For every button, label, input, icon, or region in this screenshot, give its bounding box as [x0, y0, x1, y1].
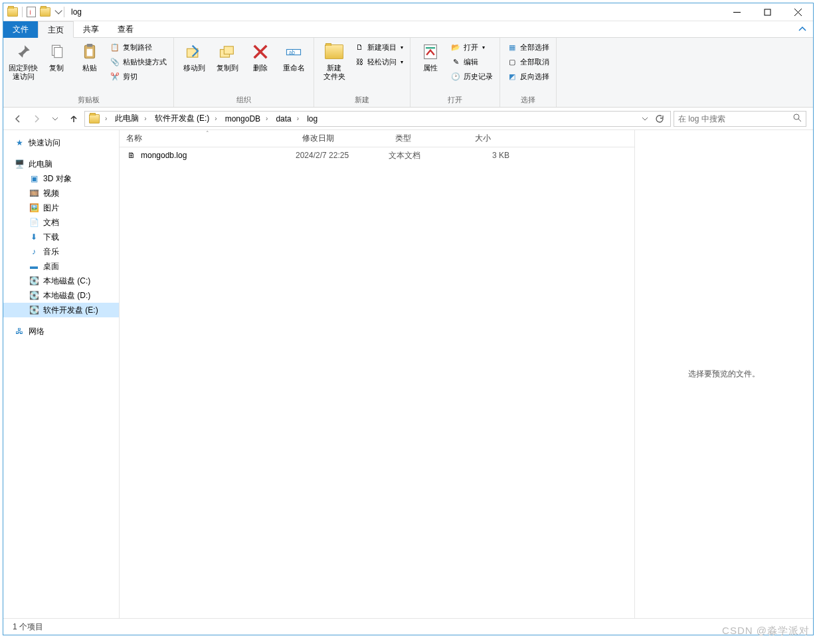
svg-rect-1 — [765, 9, 771, 15]
delete-button[interactable]: 删除 — [244, 40, 276, 74]
ribbon: 固定到快 速访问 复制 粘贴 📋复制路径 📎粘贴快捷方式 ✂️剪切 剪贴板 — [3, 38, 813, 108]
recent-locations-button[interactable] — [47, 111, 63, 127]
status-bar: 1 个项目 — [3, 618, 813, 635]
copy-button[interactable]: 复制 — [41, 40, 72, 74]
svg-rect-7 — [87, 44, 93, 46]
edit-button[interactable]: ✎编辑 — [448, 54, 496, 69]
back-button[interactable] — [10, 111, 26, 127]
nav-pictures[interactable]: 🖼️图片 — [3, 201, 119, 215]
address-bar-row: › 此电脑› 软件开发盘 (E:)› mongoDB› data› log — [3, 108, 813, 130]
drive-icon: 💽 — [29, 276, 39, 286]
up-button[interactable] — [66, 111, 82, 127]
file-list[interactable]: 🗎mongodb.log 2024/2/7 22:25 文本文档 3 KB — [120, 147, 634, 618]
history-button[interactable]: 🕑历史记录 — [448, 69, 496, 84]
file-name: mongodb.log — [141, 151, 187, 160]
clipboard-group-label: 剪贴板 — [7, 94, 169, 107]
copy-to-button[interactable]: 复制到 — [211, 40, 243, 74]
app-folder-icon — [7, 7, 18, 17]
pc-icon: 🖥️ — [14, 159, 25, 169]
properties-button[interactable]: 属性 — [414, 40, 446, 74]
nav-network[interactable]: 🖧网络 — [3, 324, 119, 339]
download-icon: ⬇ — [29, 232, 39, 242]
ribbon-collapse-icon[interactable] — [792, 21, 813, 37]
easy-access-button[interactable]: ⛓轻松访问▾ — [351, 54, 406, 69]
ribbon-tabs: 文件 主页 共享 查看 — [3, 21, 813, 38]
nav-3d-objects[interactable]: ▣3D 对象 — [3, 171, 119, 186]
search-box[interactable] — [674, 111, 806, 127]
file-type: 文本文档 — [389, 150, 468, 161]
file-date: 2024/2/7 22:25 — [296, 151, 389, 160]
new-folder-button[interactable]: 新建 文件夹 — [318, 40, 350, 82]
svg-rect-5 — [54, 48, 62, 58]
crumb-data[interactable]: data — [270, 112, 294, 126]
col-date[interactable]: 修改日期 — [296, 133, 389, 144]
tab-share[interactable]: 共享 — [74, 21, 108, 38]
new-group-label: 新建 — [318, 94, 406, 107]
paste-button[interactable]: 粘贴 — [74, 40, 106, 74]
copy-path-icon: 📋 — [110, 42, 120, 52]
maximize-button[interactable] — [752, 3, 782, 21]
history-icon: 🕑 — [450, 71, 461, 82]
invert-selection-button[interactable]: ◩反向选择 — [504, 69, 552, 84]
sort-indicator-icon: ˄ — [206, 130, 209, 137]
nav-downloads[interactable]: ⬇下载 — [3, 230, 119, 244]
qat-properties-icon[interactable] — [27, 7, 36, 17]
star-icon: ★ — [14, 137, 25, 148]
copy-path-button[interactable]: 📋复制路径 — [107, 40, 169, 54]
tab-home[interactable]: 主页 — [38, 21, 74, 38]
nav-documents[interactable]: 📄文档 — [3, 215, 119, 230]
search-input[interactable] — [678, 114, 793, 123]
tab-file[interactable]: 文件 — [3, 21, 38, 38]
nav-this-pc[interactable]: 🖥️此电脑 — [3, 157, 119, 171]
addr-folder-icon — [89, 114, 100, 123]
new-item-button[interactable]: 🗋新建项目▾ — [351, 40, 406, 54]
column-headers[interactable]: ˄ 名称 修改日期 类型 大小 — [120, 130, 634, 147]
crumb-pc[interactable]: 此电脑 — [110, 112, 141, 126]
video-icon: 🎞️ — [29, 188, 39, 199]
cut-button[interactable]: ✂️剪切 — [107, 69, 169, 84]
select-all-button[interactable]: ▦全部选择 — [504, 40, 552, 54]
qat-dropdown-icon[interactable] — [54, 7, 62, 14]
svg-rect-8 — [87, 49, 93, 56]
navigation-pane[interactable]: ★快速访问 🖥️此电脑 ▣3D 对象 🎞️视频 🖼️图片 📄文档 ⬇下载 ♪音乐… — [3, 130, 120, 618]
cut-icon: ✂️ — [110, 71, 120, 82]
network-icon: 🖧 — [14, 326, 25, 337]
tab-view[interactable]: 查看 — [108, 21, 143, 38]
edit-icon: ✎ — [450, 56, 461, 67]
nav-quick-access[interactable]: ★快速访问 — [3, 135, 119, 150]
nav-drive-d[interactable]: 💽本地磁盘 (D:) — [3, 288, 119, 303]
nav-desktop[interactable]: ▬桌面 — [3, 259, 119, 274]
paste-shortcut-button[interactable]: 📎粘贴快捷方式 — [107, 54, 169, 69]
nav-drive-e[interactable]: 💽软件开发盘 (E:) — [3, 303, 119, 317]
drive-icon: 💽 — [29, 290, 39, 301]
select-none-button[interactable]: ▢全部取消 — [504, 54, 552, 69]
move-to-button[interactable]: 移动到 — [178, 40, 210, 74]
picture-icon: 🖼️ — [29, 202, 39, 213]
refresh-button[interactable] — [652, 111, 668, 127]
minimize-button[interactable] — [721, 3, 752, 21]
pin-quick-access-button[interactable]: 固定到快 速访问 — [7, 40, 39, 82]
qat-new-folder-icon[interactable] — [40, 7, 50, 17]
close-button[interactable] — [782, 3, 813, 21]
nav-music[interactable]: ♪音乐 — [3, 244, 119, 259]
cube-icon: ▣ — [29, 173, 39, 184]
crumb-drive[interactable]: 软件开发盘 (E:) — [149, 112, 213, 126]
address-bar[interactable]: › 此电脑› 软件开发盘 (E:)› mongoDB› data› log — [84, 111, 671, 127]
col-size[interactable]: 大小 — [468, 133, 515, 144]
svg-text:ab: ab — [289, 50, 296, 56]
forward-button[interactable] — [29, 111, 45, 127]
addr-dropdown-icon[interactable] — [638, 111, 652, 127]
crumb-log[interactable]: log — [302, 112, 320, 126]
rename-button[interactable]: ab 重命名 — [278, 40, 310, 74]
crumb-sep-icon[interactable]: › — [102, 115, 110, 122]
nav-videos[interactable]: 🎞️视频 — [3, 186, 119, 201]
open-button[interactable]: 📂打开▾ — [448, 40, 496, 54]
open-group-label: 打开 — [414, 94, 496, 107]
file-row[interactable]: 🗎mongodb.log 2024/2/7 22:25 文本文档 3 KB — [120, 147, 634, 163]
col-type[interactable]: 类型 — [389, 133, 468, 144]
search-icon[interactable] — [793, 114, 802, 124]
crumb-mongodb[interactable]: mongoDB — [220, 112, 263, 126]
nav-drive-c[interactable]: 💽本地磁盘 (C:) — [3, 274, 119, 288]
file-list-pane: ˄ 名称 修改日期 类型 大小 🗎mongodb.log 2024/2/7 22… — [120, 130, 635, 618]
music-icon: ♪ — [29, 246, 39, 257]
